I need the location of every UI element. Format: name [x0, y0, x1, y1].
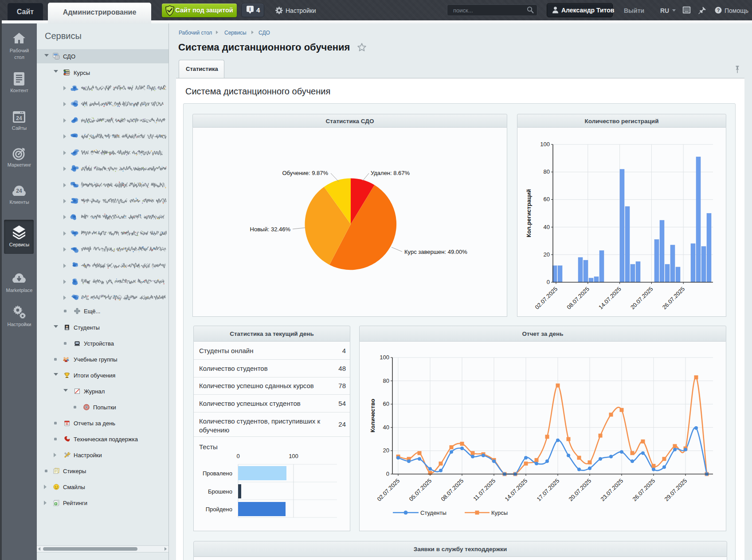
svg-text:02.07.2025: 02.07.2025 — [533, 286, 559, 311]
svg-text:02.07.2025: 02.07.2025 — [376, 478, 401, 503]
svg-text:0: 0 — [547, 279, 550, 285]
svg-text:29.07.2025: 29.07.2025 — [663, 478, 688, 503]
svg-text:20.07.2025: 20.07.2025 — [567, 478, 592, 503]
svg-text:60: 60 — [544, 196, 550, 202]
svg-text:80: 80 — [544, 168, 550, 175]
svg-text:Курсы: Курсы — [491, 509, 508, 516]
svg-text:40: 40 — [544, 224, 550, 230]
svg-text:Обучение: 9.87%: Обучение: 9.87% — [282, 170, 328, 176]
svg-text:11.07.2025: 11.07.2025 — [472, 478, 497, 502]
svg-text:Студенты: Студенты — [420, 509, 446, 516]
svg-text:Провалено: Провалено — [203, 470, 232, 477]
svg-text:23.07.2025: 23.07.2025 — [599, 478, 624, 503]
svg-text:26.07.2025: 26.07.2025 — [661, 286, 686, 311]
svg-text:17.07.2025: 17.07.2025 — [535, 478, 560, 503]
svg-text:Брошено: Брошено — [208, 488, 232, 495]
svg-text:i: i — [249, 6, 251, 12]
svg-text:?: ? — [717, 8, 720, 13]
svg-text:26.07.2025: 26.07.2025 — [631, 478, 656, 503]
svg-text:08.07.2025: 08.07.2025 — [439, 478, 465, 503]
svg-text:80: 80 — [383, 377, 389, 384]
svg-text:20: 20 — [544, 251, 550, 258]
svg-text:24: 24 — [16, 115, 22, 121]
svg-text:31: 31 — [65, 422, 69, 425]
svg-text:24: 24 — [16, 188, 22, 194]
svg-text:100: 100 — [380, 354, 389, 361]
svg-text:Новый: 32.46%: Новый: 32.46% — [250, 226, 291, 233]
svg-text:0: 0 — [236, 453, 239, 459]
svg-text:60: 60 — [383, 401, 389, 407]
svg-text:20.07.2025: 20.07.2025 — [629, 286, 654, 311]
svg-text:0: 0 — [386, 471, 389, 477]
svg-text:20: 20 — [383, 447, 389, 454]
svg-text:Курс завершен: 49.00%: Курс завершен: 49.00% — [404, 249, 467, 255]
svg-text:Пройдено: Пройдено — [206, 506, 232, 513]
svg-text:14.07.2025: 14.07.2025 — [503, 478, 529, 503]
svg-text:Количество: Количество — [369, 399, 376, 432]
svg-text:05.07.2025: 05.07.2025 — [407, 478, 433, 503]
svg-text:Удален: 8.67%: Удален: 8.67% — [371, 170, 410, 176]
svg-text:40: 40 — [383, 424, 389, 431]
svg-text:100: 100 — [540, 141, 550, 148]
svg-text:08.07.2025: 08.07.2025 — [565, 286, 591, 311]
svg-text:Кол.регистраций: Кол.регистраций — [525, 189, 532, 237]
svg-text:100: 100 — [289, 453, 298, 459]
svg-text:14.07.2025: 14.07.2025 — [597, 286, 623, 311]
